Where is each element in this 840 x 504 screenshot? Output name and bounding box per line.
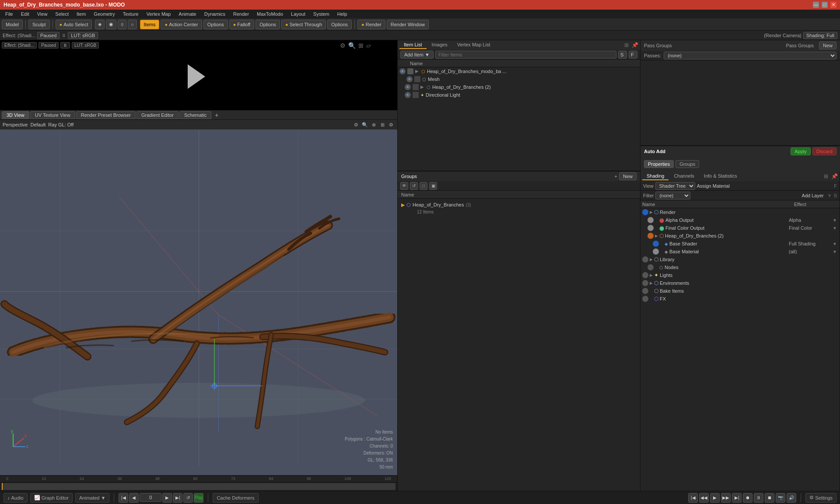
groups-new-btn[interactable]: New (619, 172, 637, 180)
filter-dropdown[interactable]: (none) (655, 192, 690, 200)
shader-row-baseshader[interactable]: ◈ Base Shader Full Shading ▼ (640, 240, 840, 248)
expand-icon[interactable]: ▶ (655, 234, 659, 238)
tab-gradient[interactable]: Gradient Editor (136, 111, 178, 119)
expand-icon[interactable]: ▶ (650, 273, 654, 277)
render-icon[interactable] (413, 92, 419, 98)
vis-dot[interactable] (648, 217, 654, 223)
menu-vertexmap[interactable]: Vertex Map (143, 10, 175, 18)
shader-row-finalcolor[interactable]: ⬤ Final Color Output Final Color ▼ (640, 224, 840, 232)
vis-dot[interactable] (642, 288, 648, 294)
preview-icon-4[interactable]: ▱ (366, 42, 371, 49)
animated-btn[interactable]: Animated ▼ (75, 493, 109, 503)
expand-icon[interactable]: ▶ (650, 257, 654, 262)
menu-render[interactable]: Render (230, 10, 252, 18)
maximize-btn[interactable]: □ (822, 2, 828, 8)
preview-play-btn[interactable] (188, 64, 210, 86)
expand-icon[interactable]: ▶ (415, 69, 420, 74)
transport-4[interactable]: ▶▶ (721, 493, 731, 503)
play-prev-btn[interactable]: ◀ (129, 493, 139, 503)
preview-icon-3[interactable]: ⊞ (358, 42, 364, 49)
menu-layout[interactable]: Layout (287, 10, 309, 18)
graph-editor-btn[interactable]: 📈 Graph Editor (30, 493, 73, 503)
tab-3dview[interactable]: 3D View (2, 111, 29, 119)
transport-2[interactable]: ◀◀ (699, 493, 709, 503)
play-to-start-btn[interactable]: |◀ (119, 493, 128, 503)
render-window-btn[interactable]: Render Window (387, 20, 429, 29)
shader-row-library[interactable]: ▶ ⬡ Library (640, 256, 840, 263)
apply-btn[interactable]: Apply (791, 147, 811, 155)
eye-icon[interactable]: 👁 (406, 76, 413, 82)
viewport-icon-zoom[interactable]: 🔍 (361, 121, 368, 128)
viewport-perspective-label[interactable]: Perspective (3, 122, 28, 127)
render-icon[interactable] (413, 84, 419, 90)
render-icon[interactable] (407, 68, 413, 74)
view-dropdown[interactable]: Shader Tree (655, 182, 695, 190)
paused-option[interactable]: Paused (38, 42, 59, 49)
preview-icon-2[interactable]: 🔍 (348, 42, 356, 49)
shader-row-alpha[interactable]: ⬤ Alpha Output Alpha ▼ (640, 216, 840, 224)
tab-shading[interactable]: Shading (642, 172, 668, 180)
shader-row-render[interactable]: ▶ ⬡ Render (640, 208, 840, 216)
tab-uvtexture[interactable]: UV Texture View (30, 111, 75, 119)
grp-icon-2[interactable]: ↺ (410, 182, 418, 190)
shader-row-environments[interactable]: ▶ ⬡ Environments (640, 279, 840, 287)
play-loop-btn[interactable]: ↺ (183, 493, 193, 503)
tb-icon-4[interactable]: ○ (128, 20, 137, 29)
auto-select-btn[interactable]: ● Auto Select (56, 20, 92, 29)
menu-file[interactable]: File (2, 10, 17, 18)
model-btn[interactable]: Model (2, 20, 23, 29)
falloff-btn[interactable]: ● Falloff (229, 20, 254, 29)
vis-dot[interactable] (642, 272, 648, 278)
options-3-btn[interactable]: Options (327, 20, 352, 29)
vis-dot[interactable] (653, 241, 659, 247)
frame-input[interactable]: 0 (140, 493, 161, 502)
tab-add-btn[interactable]: + (212, 112, 221, 119)
vis-dot[interactable] (653, 248, 659, 255)
viewport-raygl-label[interactable]: Ray GL: Off (48, 122, 74, 127)
vis-dot[interactable] (648, 225, 654, 231)
shader-row-nodes[interactable]: ⬡ Nodes (640, 263, 840, 271)
play-btn[interactable]: Play (194, 493, 203, 503)
shader-row-bakeitems[interactable]: ⬡ Bake Items (640, 287, 840, 295)
transport-7[interactable]: ⏸ (754, 493, 763, 503)
effect-option[interactable]: Effect: (Shadi... (2, 42, 37, 49)
play-to-end-btn[interactable]: ▶| (173, 493, 182, 503)
list-item[interactable]: 👁 ▶ ⬡ Heap_of_Dry_Branches (2) (398, 83, 640, 91)
add-layer-dropdown[interactable]: ▼ (827, 193, 832, 198)
tab-schematic[interactable]: Schematic (179, 111, 211, 119)
discard-btn[interactable]: Discard (812, 147, 836, 155)
tab-renderpreset[interactable]: Render Preset Browser (76, 111, 136, 119)
timeline-track[interactable] (2, 483, 396, 490)
grp-icon-3[interactable]: □ (420, 182, 427, 190)
list-item[interactable]: 👁 ✦ Directional Light (398, 91, 640, 99)
tab-channels[interactable]: Channels (669, 172, 698, 180)
transport-5[interactable]: ▶| (732, 493, 742, 503)
tab-vertexmap[interactable]: Vertex Map List (453, 41, 495, 49)
properties-tab[interactable]: Properties (644, 160, 674, 168)
add-item-btn[interactable]: Add Item ▼ (400, 51, 434, 59)
paused-label[interactable]: Paused (37, 32, 60, 39)
viewport-icon-settings[interactable]: ⚙ (353, 121, 360, 128)
menu-animate[interactable]: Animate (175, 10, 200, 18)
list-item[interactable]: 👁 ⬡ Mesh (398, 75, 640, 83)
group-item[interactable]: ▶ ⬡ Heap_of_Dry_Branches (3) (399, 200, 638, 209)
audio-btn[interactable]: ♪ Audio (4, 493, 28, 503)
add-layer-btn[interactable]: Add Layer (802, 193, 824, 198)
tb-icon-3[interactable]: ◊ (118, 20, 126, 29)
eye-icon[interactable]: 👁 (405, 84, 411, 90)
menu-help[interactable]: Help (334, 10, 351, 18)
sh-arrow[interactable]: ▼ (833, 218, 838, 223)
menu-select[interactable]: Select (52, 10, 72, 18)
transport-3[interactable]: ▶ (710, 493, 720, 503)
filter-s-btn[interactable]: S (618, 51, 627, 59)
eye-icon[interactable]: 👁 (405, 92, 411, 98)
assign-material-btn[interactable]: Assign Material (697, 183, 730, 189)
shader-row-fx[interactable]: ⬡ FX (640, 295, 840, 303)
3d-viewport[interactable]: Perspective Default Ray GL: Off ⚙ 🔍 ⊕ ⊞ … (0, 120, 397, 475)
render-btn[interactable]: ● Render (357, 20, 385, 29)
menu-item[interactable]: Item (73, 10, 89, 18)
panel-expand-icon[interactable]: ⊞ (623, 42, 630, 49)
expand-icon[interactable]: ▶ (650, 281, 654, 285)
sh-arrow[interactable]: ▼ (833, 242, 838, 246)
eye-icon[interactable]: 👁 (399, 68, 406, 74)
